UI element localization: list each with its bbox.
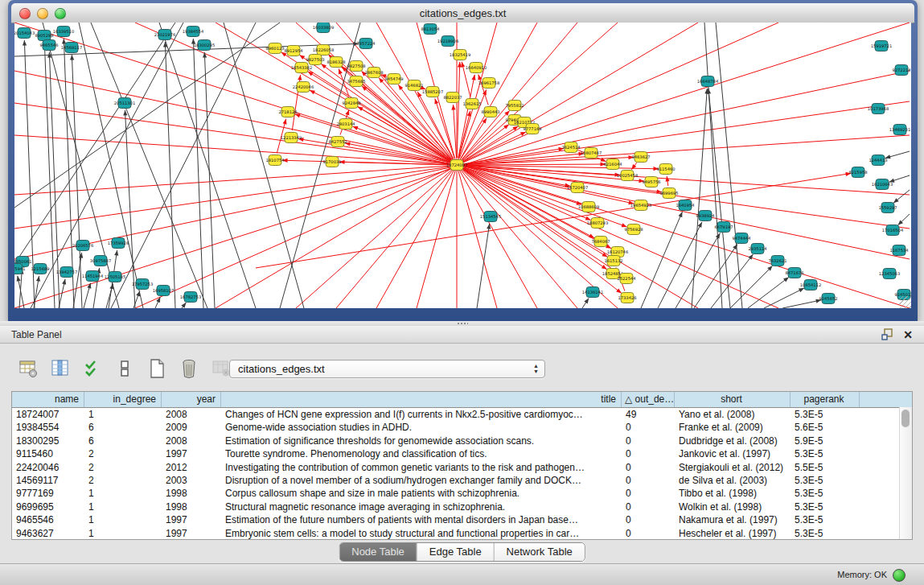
show-columns-icon[interactable] [50, 358, 71, 379]
close-window-icon[interactable] [19, 8, 31, 19]
network-node[interactable]: 16033809 [313, 23, 334, 33]
network-node[interactable]: 8912954 [284, 46, 303, 56]
table-row[interactable]: 946554611997Estimation of the future num… [12, 513, 912, 526]
table-cell[interactable]: 49 [622, 408, 675, 421]
table-row[interactable]: 2242004622012Investigating the contribut… [12, 461, 912, 474]
table-cell[interactable]: 5.6E-5 [791, 421, 860, 434]
network-node[interactable]: 14136141 [582, 287, 603, 298]
column-header-year[interactable]: year [162, 392, 221, 407]
table-cell[interactable]: Tourette syndrome. Phenomenology and cla… [221, 447, 622, 460]
network-node[interactable]: 2522544 [617, 274, 636, 284]
table-cell[interactable]: 5.3E-5 [791, 408, 860, 421]
table-row[interactable]: 969969511998Structural magnetic resonanc… [12, 501, 912, 513]
table-cell[interactable]: Disruption of a novel member of a sodium… [221, 474, 622, 487]
table-cell[interactable]: 18300295 [12, 435, 84, 447]
network-node[interactable]: 2803144 [336, 119, 355, 130]
table-cell[interactable]: 5.3E-5 [791, 513, 860, 526]
tab-network-table[interactable]: Network Table [495, 543, 585, 561]
network-node[interactable]: 1362615 [462, 99, 481, 109]
table-cell[interactable]: 9777169 [12, 487, 84, 500]
column-header-in_degree[interactable]: in_degree [84, 392, 162, 407]
network-node[interactable]: 15885207 [422, 87, 443, 97]
table-cell[interactable]: 5.3E-5 [791, 447, 860, 460]
network-node[interactable]: 1733426 [618, 293, 636, 303]
resize-grip-icon[interactable] [899, 296, 911, 308]
network-node[interactable]: 15919721 [871, 41, 892, 51]
table-cell[interactable]: 5.9E-5 [791, 435, 860, 447]
network-node[interactable]: 1215689 [31, 264, 49, 274]
table-cell[interactable]: 2009 [162, 421, 221, 434]
network-node[interactable]: 9465546 [39, 40, 58, 51]
table-cell[interactable]: 1 [84, 527, 162, 540]
network-node[interactable]: 16339510 [53, 27, 74, 37]
network-node[interactable]: 9474444 [732, 233, 751, 244]
table-cell[interactable]: 0 [622, 435, 675, 447]
table-cell[interactable]: Nakamura et al. (1997) [675, 513, 791, 526]
table-cell[interactable]: 2012 [162, 461, 221, 474]
network-node[interactable]: 1810754 [265, 155, 285, 166]
table-cell[interactable]: 1 [84, 487, 162, 500]
network-node[interactable]: 1559297 [878, 203, 897, 213]
table-cell[interactable]: 5.3E-5 [791, 474, 860, 487]
network-node[interactable]: 1640954 [676, 200, 695, 211]
create-column-icon[interactable] [146, 358, 167, 379]
table-cell[interactable]: Tibbo et al. (1998) [675, 487, 791, 500]
network-node[interactable]: 20206576 [72, 241, 93, 251]
network-node[interactable]: 9170031 [322, 157, 341, 167]
table-cell[interactable]: Changes of HCN gene expression and I(f) … [221, 408, 622, 421]
table-cell[interactable]: 9115460 [12, 447, 84, 460]
network-node[interactable]: 1244413 [869, 155, 887, 166]
table-cell[interactable]: 5.3E-5 [791, 501, 860, 513]
table-cell[interactable]: Corpus callosum shape and size in male p… [221, 487, 622, 500]
network-node[interactable]: 12213349 [281, 133, 302, 143]
minimize-window-icon[interactable] [37, 8, 48, 19]
network-node[interactable]: 12505185 [105, 272, 125, 282]
network-node[interactable]: 3624514 [561, 142, 581, 153]
table-cell[interactable]: Genome-wide association studies in ADHD. [221, 421, 622, 434]
network-node[interactable]: 9115460 [656, 164, 675, 175]
table-cell[interactable]: 9463627 [12, 527, 84, 540]
table-cell[interactable]: 5.5E-5 [791, 461, 860, 474]
network-node[interactable]: 13942757 [56, 267, 77, 278]
network-node[interactable]: 7955812 [505, 101, 524, 111]
table-settings-icon[interactable] [18, 358, 39, 379]
close-panel-icon[interactable]: ✕ [903, 329, 913, 340]
network-node[interactable]: 30975887 [90, 256, 111, 266]
network-node[interactable]: 8471676 [785, 268, 803, 278]
column-header-short[interactable]: short [675, 392, 791, 407]
table-cell[interactable]: 2 [84, 447, 162, 460]
network-node[interactable]: 9777169 [523, 124, 541, 134]
table-cell[interactable]: 0 [622, 487, 675, 500]
table-row[interactable]: 1830029562008Estimation of significance … [12, 435, 912, 447]
network-node[interactable]: 8960123 [265, 43, 284, 54]
network-node[interactable]: 8215958 [848, 167, 867, 178]
table-cell[interactable]: Investigating the contribution of common… [221, 461, 622, 474]
network-node[interactable]: 9463627 [631, 152, 650, 163]
network-node[interactable]: 6679197 [714, 222, 733, 233]
table-row[interactable]: 1938455462009Genome-wide association stu… [12, 421, 912, 434]
network-node[interactable]: 1167534 [889, 245, 909, 256]
table-cell[interactable]: 22420046 [12, 461, 84, 474]
network-node[interactable]: 20154043 [14, 28, 35, 39]
column-header-name[interactable]: name [12, 392, 84, 407]
table-cell[interactable]: 1 [84, 408, 162, 421]
delete-columns-icon[interactable] [179, 358, 199, 379]
network-node[interactable]: 3475685 [347, 76, 365, 87]
table-cell[interactable]: 0 [622, 501, 675, 513]
network-node[interactable]: 9245652 [819, 294, 837, 304]
zoom-window-icon[interactable] [55, 8, 66, 19]
table-row[interactable]: 911546021997Tourette syndrome. Phenomeno… [12, 447, 912, 460]
network-node[interactable]: 9495756 [642, 177, 660, 187]
row-options-icon[interactable] [114, 358, 135, 379]
network-node[interactable]: 7684067 [591, 237, 610, 247]
network-node[interactable]: 9242848 [342, 98, 360, 109]
table-cell[interactable]: 1 [84, 513, 162, 526]
table-cell[interactable]: 1998 [162, 501, 221, 513]
table-cell[interactable]: Structural magnetic resonance image aver… [221, 501, 622, 513]
network-node[interactable]: 8905298 [35, 31, 53, 41]
table-row[interactable]: 1872400712008Changes of HCN gene express… [12, 408, 912, 421]
network-node[interactable]: 19218906 [437, 36, 458, 47]
network-node[interactable]: 16958107 [153, 286, 174, 296]
network-node[interactable]: 9272214 [892, 65, 911, 76]
table-cell[interactable]: 0 [622, 421, 675, 434]
